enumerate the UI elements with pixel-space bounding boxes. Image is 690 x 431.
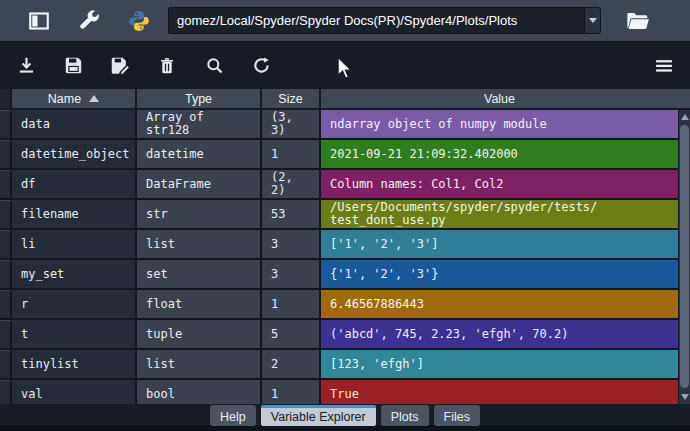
- row-header[interactable]: [0, 260, 12, 290]
- cell-type[interactable]: set: [137, 260, 262, 290]
- scrollbar-thumb[interactable]: [680, 125, 689, 388]
- variable-table: Name Type Size Value dataArray of str128…: [0, 89, 690, 404]
- row-header[interactable]: [0, 200, 12, 230]
- scroll-down-button[interactable]: [679, 390, 690, 404]
- row-header[interactable]: [0, 350, 12, 380]
- cell-name[interactable]: t: [12, 320, 137, 350]
- mouse-cursor: [336, 56, 354, 80]
- cell-type[interactable]: str: [137, 200, 262, 230]
- tab-help[interactable]: Help: [210, 405, 256, 426]
- cell-size[interactable]: 1: [262, 140, 321, 170]
- vertical-scrollbar[interactable]: [678, 110, 690, 404]
- tab-plots[interactable]: Plots: [381, 405, 429, 426]
- cell-value[interactable]: Column names: Col1, Col2: [321, 170, 678, 200]
- wrench-icon[interactable]: [64, 4, 114, 38]
- cell-value[interactable]: [123, 'efgh']: [321, 350, 678, 380]
- row-header[interactable]: [0, 380, 12, 404]
- cell-name[interactable]: df: [12, 170, 137, 200]
- chevron-down-icon: [589, 18, 597, 23]
- pane-tab-bar: HelpVariable ExplorerPlotsFiles: [0, 404, 690, 431]
- table-header: Name Type Size Value: [0, 89, 678, 110]
- cell-size[interactable]: 1: [262, 290, 321, 320]
- column-header-size[interactable]: Size: [262, 89, 321, 110]
- column-header-name-label: Name: [48, 92, 81, 106]
- column-header-value-label: Value: [484, 92, 515, 106]
- cell-type[interactable]: list: [137, 350, 262, 380]
- python-logo-icon[interactable]: [114, 4, 164, 38]
- cell-size[interactable]: (2, 2): [262, 170, 321, 200]
- cell-value[interactable]: ndarray object of numpy module: [321, 110, 678, 140]
- save-data-icon[interactable]: [61, 54, 85, 78]
- save-data-as-icon[interactable]: [108, 54, 132, 78]
- folder-open-icon[interactable]: [613, 4, 663, 38]
- cell-size[interactable]: 3: [262, 260, 321, 290]
- scroll-up-button[interactable]: [679, 110, 690, 124]
- table-corner: [0, 89, 12, 110]
- cell-size[interactable]: 53: [262, 200, 321, 230]
- row-header[interactable]: [0, 230, 12, 260]
- table-row: tinylistlist2[123, 'efgh']: [0, 350, 678, 380]
- panel-layout-icon[interactable]: [14, 4, 64, 38]
- triangle-up-icon: [681, 114, 689, 120]
- working-directory-value[interactable]: gomez/Local/Spyder/Spyder Docs(PR)/Spyde…: [168, 7, 584, 34]
- row-header[interactable]: [0, 320, 12, 350]
- column-header-size-label: Size: [278, 92, 302, 106]
- remove-variable-icon[interactable]: [155, 54, 179, 78]
- table-body: dataArray of str128(3, 3)ndarray object …: [0, 110, 678, 404]
- column-header-value[interactable]: Value: [321, 89, 678, 110]
- working-directory-dropdown[interactable]: [584, 7, 601, 34]
- scrollbar-corner: [678, 89, 690, 110]
- cell-name[interactable]: li: [12, 230, 137, 260]
- cell-type[interactable]: datetime: [137, 140, 262, 170]
- search-icon[interactable]: [202, 54, 226, 78]
- variable-explorer-toolbar: [0, 42, 690, 89]
- cell-type[interactable]: tuple: [137, 320, 262, 350]
- table-row: ttuple5('abcd', 745, 2.23, 'efgh', 70.2): [0, 320, 678, 350]
- cell-value[interactable]: ['1', '2', '3']: [321, 230, 678, 260]
- cell-size[interactable]: (3, 3): [262, 110, 321, 140]
- column-header-type-label: Type: [185, 92, 212, 106]
- row-header[interactable]: [0, 170, 12, 200]
- table-row: dataArray of str128(3, 3)ndarray object …: [0, 110, 678, 140]
- cell-value[interactable]: 2021-09-21 21:09:32.402000: [321, 140, 678, 170]
- table-row: rfloat16.46567886443: [0, 290, 678, 320]
- cell-name[interactable]: my_set: [12, 260, 137, 290]
- row-header[interactable]: [0, 140, 12, 170]
- column-header-name[interactable]: Name: [12, 89, 137, 110]
- cell-size[interactable]: 1: [262, 380, 321, 404]
- table-row: lilist3['1', '2', '3']: [0, 230, 678, 260]
- table-row: valbool1True: [0, 380, 678, 404]
- cell-type[interactable]: DataFrame: [137, 170, 262, 200]
- refresh-icon[interactable]: [249, 54, 273, 78]
- cell-name[interactable]: filename: [12, 200, 137, 230]
- row-header[interactable]: [0, 290, 12, 320]
- cell-size[interactable]: 2: [262, 350, 321, 380]
- import-data-icon[interactable]: [14, 54, 38, 78]
- column-header-type[interactable]: Type: [137, 89, 262, 110]
- cell-type[interactable]: list: [137, 230, 262, 260]
- cell-value[interactable]: True: [321, 380, 678, 404]
- working-directory-combobox[interactable]: gomez/Local/Spyder/Spyder Docs(PR)/Spyde…: [168, 7, 601, 34]
- cell-name[interactable]: data: [12, 110, 137, 140]
- cell-name[interactable]: datetime_object: [12, 140, 137, 170]
- cell-value[interactable]: ('abcd', 745, 2.23, 'efgh', 70.2): [321, 320, 678, 350]
- tab-variable-explorer[interactable]: Variable Explorer: [261, 405, 376, 426]
- cell-size[interactable]: 3: [262, 230, 321, 260]
- table-row: my_setset3{'1', '2', '3'}: [0, 260, 678, 290]
- cell-type[interactable]: Array of str128: [137, 110, 262, 140]
- cell-name[interactable]: val: [12, 380, 137, 404]
- cell-value[interactable]: 6.46567886443: [321, 290, 678, 320]
- tab-files[interactable]: Files: [434, 405, 480, 426]
- cell-type[interactable]: bool: [137, 380, 262, 404]
- cell-type[interactable]: float: [137, 290, 262, 320]
- cell-value[interactable]: {'1', '2', '3'}: [321, 260, 678, 290]
- cell-name[interactable]: tinylist: [12, 350, 137, 380]
- options-menu-icon[interactable]: [652, 54, 676, 78]
- cell-size[interactable]: 5: [262, 320, 321, 350]
- sort-ascending-icon: [89, 95, 99, 102]
- cell-name[interactable]: r: [12, 290, 137, 320]
- row-header[interactable]: [0, 110, 12, 140]
- arrow-up-icon[interactable]: [685, 4, 690, 38]
- triangle-down-icon: [681, 394, 689, 400]
- cell-value[interactable]: /Users/Documents/spyder/spyder/tests/ te…: [321, 200, 678, 230]
